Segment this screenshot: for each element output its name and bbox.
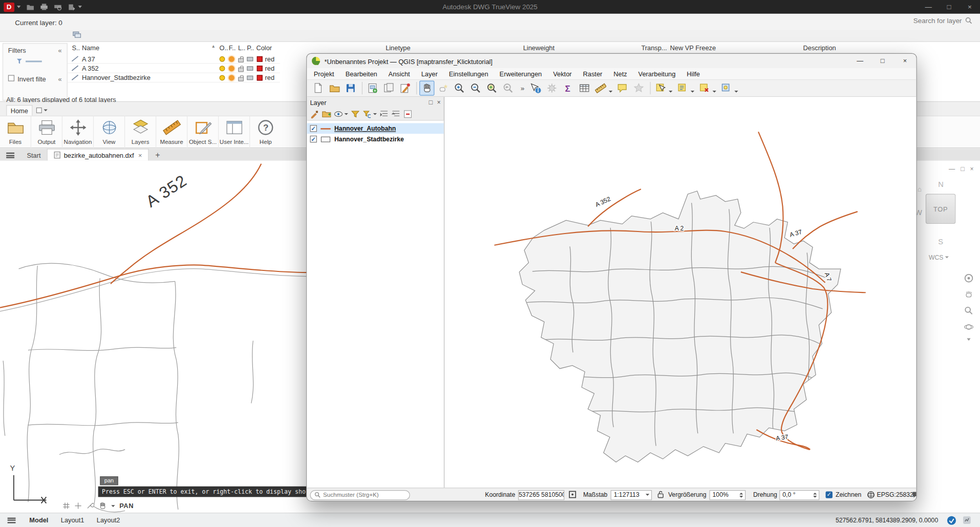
locator-search-input[interactable] (323, 491, 406, 498)
print-preview-icon[interactable] (54, 3, 62, 11)
menu-raster[interactable]: Raster (578, 68, 608, 79)
menu-hilfe[interactable]: Hilfe (681, 68, 706, 79)
viewcube-top-face[interactable]: TOP (933, 205, 948, 213)
publish-icon[interactable] (68, 3, 76, 11)
ribbon-item-view[interactable]: View (94, 116, 125, 149)
measure-icon[interactable] (593, 80, 608, 95)
spin-up-icon[interactable] (813, 492, 817, 494)
magnification-spinbox[interactable]: 100% (709, 490, 745, 500)
layer-on-icon[interactable] (219, 75, 225, 80)
ribbon-display-toggle[interactable] (36, 108, 48, 113)
layer-row[interactable]: A 352 red (68, 64, 280, 73)
layer-freeze-icon[interactable] (229, 75, 235, 80)
toolbar-overflow-icon[interactable]: » (521, 85, 524, 92)
orbit-tool-icon[interactable] (964, 322, 974, 332)
drawing-minimize-icon[interactable]: — (949, 165, 955, 172)
wrench-icon[interactable] (86, 502, 94, 510)
messages-icon[interactable] (912, 491, 917, 499)
minimize-button[interactable]: — (918, 0, 939, 14)
tab-start[interactable]: Start (20, 149, 47, 161)
layer-checkbox[interactable]: ✓ (310, 125, 316, 132)
ribbon-item-help[interactable]: ? Help (250, 116, 281, 149)
ribbon-tab-home[interactable]: Home (6, 105, 32, 116)
layer-color-swatch[interactable] (257, 75, 263, 80)
new-project-icon[interactable] (311, 80, 326, 95)
menu-ansicht[interactable]: Ansicht (383, 68, 416, 79)
statusbar-menu-icon[interactable] (8, 517, 16, 523)
layer-freeze-icon[interactable] (229, 66, 235, 71)
layer-lock-icon[interactable] (238, 68, 244, 72)
layer-color-swatch[interactable] (257, 66, 263, 71)
remove-layer-icon[interactable] (403, 109, 412, 118)
spin-up-icon[interactable] (739, 492, 743, 494)
ribbon-item-files[interactable]: Files (0, 116, 31, 149)
layer-freeze-icon[interactable] (229, 56, 235, 61)
pan-map-icon[interactable] (419, 80, 434, 95)
layer-item-hannover-stadtbezirke[interactable]: ✓ Hannover_Stadtbezirke (307, 134, 443, 144)
invert-filter-checkbox[interactable] (8, 75, 14, 82)
app-logo[interactable]: D (4, 2, 14, 11)
layer-color-swatch[interactable] (257, 56, 263, 61)
menu-erweiterungen[interactable]: Erweiterungen (494, 68, 548, 79)
col-on[interactable]: O.. (219, 44, 228, 51)
qgis-maximize-button[interactable]: □ (871, 54, 894, 68)
tab-drawing-active[interactable]: bezirke_autobahnen.dxf × (47, 149, 149, 161)
statistical-summary-icon[interactable]: Σ (561, 80, 576, 95)
spin-down-icon[interactable] (813, 495, 817, 497)
restore-button[interactable]: □ (939, 0, 959, 14)
rotation-spinbox[interactable]: 0,0 ° (779, 490, 819, 500)
ribbon-item-output[interactable]: Output (31, 116, 62, 149)
zoom-tool-icon[interactable] (964, 306, 974, 316)
layer-lock-icon[interactable] (238, 58, 244, 63)
layer-plot-icon[interactable] (247, 57, 253, 61)
zoom-in-icon[interactable] (452, 80, 467, 95)
zoom-last-icon[interactable] (501, 80, 516, 95)
tab-layout2[interactable]: Layout2 (91, 516, 126, 524)
layer-lock-icon[interactable] (238, 77, 244, 81)
panel-close-icon[interactable]: × (437, 99, 440, 106)
ribbon-item-layers[interactable]: Layers (125, 116, 156, 149)
filter-by-expression-icon[interactable] (363, 109, 377, 118)
col-description[interactable]: Description (803, 44, 836, 51)
col-lineweight[interactable]: Lineweight (523, 44, 555, 51)
tab-layout1[interactable]: Layout1 (55, 516, 91, 524)
viewcube-home-icon[interactable]: ⌂ (918, 185, 922, 193)
app-menu-caret-icon[interactable] (17, 6, 20, 8)
open-layer-styling-icon[interactable] (310, 109, 319, 118)
layer-name[interactable]: A 352 (82, 65, 99, 72)
grid-icon[interactable] (62, 502, 70, 510)
layer-plot-icon[interactable] (247, 76, 253, 80)
ribbon-item-object-snap[interactable]: Object S... (187, 116, 219, 149)
menu-netz[interactable]: Netz (608, 68, 632, 79)
menu-vektor[interactable]: Vektor (547, 68, 577, 79)
spin-down-icon[interactable] (739, 495, 743, 497)
feature-action-icon[interactable] (544, 80, 559, 95)
ribbon-item-navigation[interactable]: Navigation (62, 116, 94, 149)
ribbon-item-user-interface[interactable]: User Inte... (219, 116, 250, 149)
layer-on-icon[interactable] (219, 66, 225, 71)
drawing-restore-icon[interactable]: □ (961, 165, 964, 172)
measure-caret-icon[interactable] (609, 90, 612, 92)
file-tabs-menu-icon[interactable] (6, 153, 14, 158)
zoom-full-icon[interactable] (484, 80, 499, 95)
new-layout-icon[interactable] (365, 80, 380, 95)
scale-combo[interactable]: 1:127113 (611, 490, 652, 500)
steering-wheel-icon[interactable] (964, 273, 974, 283)
open-project-icon[interactable] (327, 80, 342, 95)
menu-bearbeiten[interactable]: Bearbeiten (340, 68, 383, 79)
col-freeze[interactable]: F.. (229, 44, 236, 51)
map-tips-icon[interactable] (615, 80, 630, 95)
layer-item-label[interactable]: Hannover_Stadtbezirke (334, 136, 404, 142)
expand-all-icon[interactable] (379, 109, 389, 118)
coordinate-box[interactable] (518, 490, 564, 500)
plot-icon[interactable] (40, 3, 48, 11)
layer-plot-icon[interactable] (247, 66, 253, 71)
menu-layer[interactable]: Layer (416, 68, 443, 79)
close-button[interactable]: × (960, 0, 980, 14)
qgis-close-button[interactable]: × (894, 54, 917, 68)
navbar-more-icon[interactable] (967, 338, 970, 341)
select-by-location-icon[interactable] (719, 80, 734, 95)
command-line[interactable]: Press ESC or ENTER to exit, or right-cli… (98, 487, 307, 497)
col-name[interactable]: Name (82, 44, 99, 51)
style-manager-icon[interactable] (397, 80, 412, 95)
